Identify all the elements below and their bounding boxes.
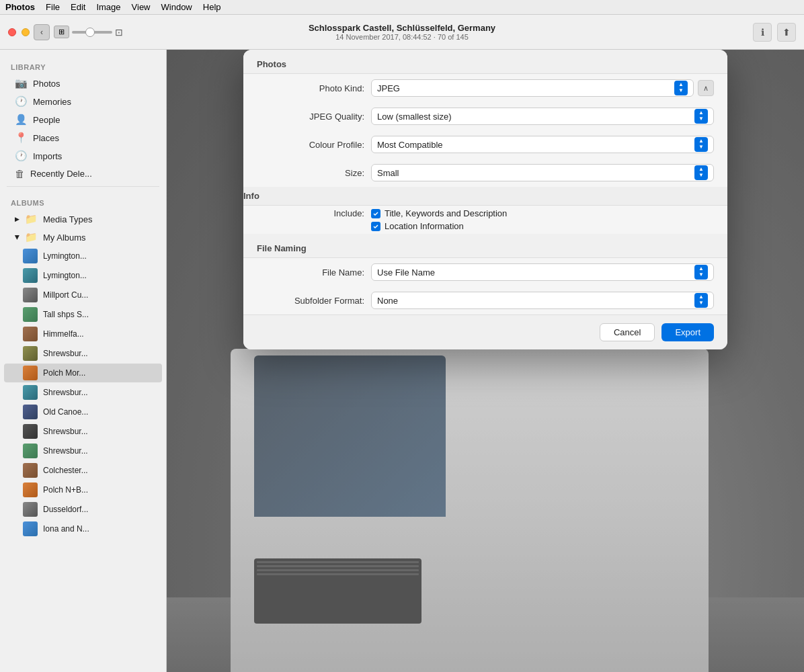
photo-title: Schlosspark Castell, Schlüsselfeld, Germ… — [309, 23, 495, 33]
checkbox-row-title: Title, Keywords and Description — [371, 208, 507, 218]
size-select[interactable]: Small ▲ ▼ — [371, 164, 714, 181]
sidebar-item-photos[interactable]: 📷 Photos — [4, 75, 162, 92]
albums-section-header: Albums — [0, 191, 166, 210]
album-item-millport[interactable]: Millport Cu... — [4, 286, 162, 304]
album-label-lymington2: Lymington... — [43, 271, 87, 280]
file-name-row: File Name: Use File Name ▲ ▼ — [243, 258, 727, 286]
photo-kind-value: JPEG — [377, 83, 400, 93]
subfolder-format-select[interactable]: None ▲ ▼ — [371, 292, 714, 309]
info-button[interactable]: ℹ — [753, 23, 772, 42]
sidebar-item-label-people: People — [33, 115, 60, 125]
sidebar-item-imports[interactable]: 🕐 Imports — [4, 147, 162, 165]
album-item-shrewsbury2[interactable]: Shrewsbur... — [4, 383, 162, 402]
sidebar-item-media-types[interactable]: ▶ 📁 Media Types — [4, 210, 162, 228]
size-control: Small ▲ ▼ — [371, 164, 714, 181]
colour-profile-select[interactable]: Most Compatible ▲ ▼ — [371, 136, 714, 153]
back-button[interactable]: ‹ — [34, 24, 50, 40]
jpeg-quality-select[interactable]: Low (smallest size) ▲ ▼ — [371, 108, 714, 125]
file-name-arrows[interactable]: ▲ ▼ — [694, 265, 708, 280]
menu-photos[interactable]: Photos — [5, 2, 35, 12]
subfolder-format-arrows[interactable]: ▲ ▼ — [694, 293, 708, 308]
zoom-icon: ⊡ — [115, 27, 123, 38]
album-thumb-polch-mor — [23, 366, 38, 380]
album-item-dusseldorf[interactable]: Dusseldorf... — [4, 500, 162, 519]
main-window: ‹ ⊞ ⊡ Schlosspark Castell, Schlüsselfeld… — [0, 15, 804, 672]
colour-profile-label: Colour Profile: — [257, 140, 364, 150]
album-thumb-shrewsbury1 — [23, 346, 38, 361]
close-button[interactable] — [8, 28, 16, 36]
sidebar-item-places[interactable]: 📍 Places — [4, 129, 162, 146]
sidebar-item-memories[interactable]: 🕐 Memories — [4, 93, 162, 110]
album-thumb-lymington2 — [23, 268, 38, 283]
album-item-shrewsbury3[interactable]: Shrewsbur... — [4, 422, 162, 441]
album-item-lymington1[interactable]: Lymington... — [4, 247, 162, 265]
menu-window[interactable]: Window — [161, 2, 192, 12]
info-section-header: Info — [243, 187, 727, 206]
photo-kind-arrows[interactable]: ▲ ▼ — [674, 81, 688, 95]
size-arrows[interactable]: ▲ ▼ — [694, 165, 708, 180]
location-label: Location Information — [385, 221, 464, 231]
title-keywords-checkbox[interactable] — [371, 209, 380, 218]
collapse-button[interactable]: ∧ — [698, 80, 714, 96]
menu-edit[interactable]: Edit — [71, 2, 85, 12]
photo-kind-select[interactable]: JPEG ▲ ▼ — [371, 79, 694, 97]
file-name-value: Use File Name — [377, 267, 435, 278]
sidebar-item-recently-deleted[interactable]: 🗑 Recently Dele... — [4, 165, 162, 182]
album-item-shrewsbury1[interactable]: Shrewsbur... — [4, 344, 162, 363]
file-naming-section-header: File Naming — [243, 234, 727, 258]
photos-icon: 📷 — [15, 77, 28, 89]
colour-profile-control: Most Compatible ▲ ▼ — [371, 136, 714, 153]
location-checkbox[interactable] — [371, 222, 380, 231]
album-item-old-canoe[interactable]: Old Canoe... — [4, 403, 162, 421]
zoom-slider-thumb[interactable] — [85, 28, 95, 37]
album-item-tall-ships[interactable]: Tall shps S... — [4, 305, 162, 324]
menu-image[interactable]: Image — [96, 2, 120, 12]
colour-profile-value: Most Compatible — [377, 140, 443, 150]
album-label-polch-mor: Polch Mor... — [43, 368, 85, 378]
menu-bar: Photos File Edit Image View Window Help — [0, 0, 804, 15]
jpeg-quality-arrows[interactable]: ▲ ▼ — [694, 109, 708, 124]
share-button[interactable]: ⬆ — [777, 23, 796, 42]
sidebar-item-label-media-types: Media Types — [43, 214, 92, 224]
sidebar-item-label-recently-deleted: Recently Dele... — [30, 169, 92, 179]
photo-kind-row: Photo Kind: JPEG ▲ ▼ ∧ — [243, 74, 727, 102]
sidebar-item-label-places: Places — [33, 133, 59, 143]
grid-view-button[interactable]: ⊞ — [54, 26, 69, 38]
colour-profile-arrows[interactable]: ▲ ▼ — [694, 137, 708, 152]
dialog-overlay: Photos Photo Kind: JPEG ▲ ▼ — [167, 50, 804, 672]
album-label-himmelfa: Himmelfa... — [43, 329, 84, 339]
subfolder-format-row: Subfolder Format: None ▲ ▼ — [243, 286, 727, 314]
file-name-select[interactable]: Use File Name ▲ ▼ — [371, 263, 714, 281]
menu-view[interactable]: View — [132, 2, 151, 12]
album-item-polch-nb[interactable]: Polch N+B... — [4, 480, 162, 499]
folder-icon-media: 📁 — [25, 213, 38, 225]
album-label-shrewsbury4: Shrewsbur... — [43, 446, 88, 456]
dialog-footer: Cancel Export — [243, 314, 727, 349]
title-center: Schlosspark Castell, Schlüsselfeld, Germ… — [309, 23, 495, 41]
sidebar-item-my-albums[interactable]: ▶ 📁 My Albums — [4, 228, 162, 246]
title-bar: ‹ ⊞ ⊡ Schlosspark Castell, Schlüsselfeld… — [0, 15, 804, 50]
album-item-polch-mor[interactable]: Polch Mor... — [4, 364, 162, 382]
sidebar-item-people[interactable]: 👤 People — [4, 111, 162, 128]
album-item-shrewsbury4[interactable]: Shrewsbur... — [4, 442, 162, 460]
menu-help[interactable]: Help — [203, 2, 221, 12]
album-item-colchester[interactable]: Colchester... — [4, 461, 162, 480]
menu-file[interactable]: File — [46, 2, 60, 12]
imports-icon: 🕐 — [15, 150, 28, 162]
album-item-himmelfa[interactable]: Himmelfa... — [4, 325, 162, 343]
jpeg-quality-value: Low (smallest size) — [377, 112, 452, 122]
subfolder-format-label: Subfolder Format: — [257, 296, 364, 306]
sidebar-item-label-memories: Memories — [33, 97, 71, 107]
cancel-button[interactable]: Cancel — [600, 323, 655, 341]
jpeg-quality-row: JPEG Quality: Low (smallest size) ▲ ▼ — [243, 102, 727, 130]
zoom-slider-track[interactable] — [72, 31, 112, 34]
export-button[interactable]: Export — [661, 323, 714, 341]
minimize-button[interactable] — [22, 28, 30, 36]
people-icon: 👤 — [15, 114, 28, 126]
album-item-lymington2[interactable]: Lymington... — [4, 266, 162, 285]
sidebar-item-label-my-albums: My Albums — [43, 233, 86, 243]
album-thumb-lymington1 — [23, 249, 38, 263]
file-name-control: Use File Name ▲ ▼ — [371, 263, 714, 281]
album-label-old-canoe: Old Canoe... — [43, 407, 88, 417]
album-item-iona[interactable]: Iona and N... — [4, 519, 162, 538]
